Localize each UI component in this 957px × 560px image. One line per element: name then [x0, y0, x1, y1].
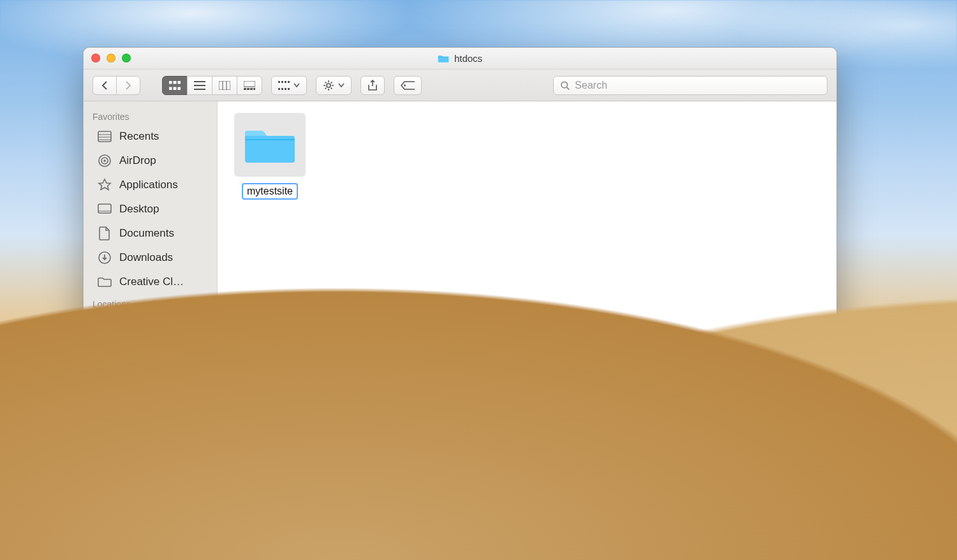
share-button[interactable]	[360, 76, 385, 95]
action-menu-button[interactable]	[316, 76, 352, 95]
svg-rect-16	[278, 88, 280, 90]
svg-rect-5	[178, 87, 181, 90]
sidebar-item-icloud[interactable]: iCloud Drive	[84, 312, 217, 336]
sidebar-item-label: Remote Disc	[119, 342, 181, 355]
airdrop-icon	[98, 154, 112, 168]
sidebar-item-downloads[interactable]: Downloads	[84, 246, 217, 270]
svg-rect-17	[281, 88, 283, 90]
sidebar-item-creative-cloud[interactable]: Creative Cl…	[84, 270, 217, 294]
svg-point-30	[103, 347, 107, 350]
sidebar-item-recents[interactable]: Recents	[84, 124, 217, 149]
svg-point-20	[327, 84, 330, 87]
svg-rect-14	[285, 81, 286, 83]
window-controls	[91, 54, 131, 63]
tag-orange-icon	[98, 408, 112, 422]
close-button[interactable]	[91, 54, 100, 63]
sidebar-item-label: iCloud Drive	[119, 318, 179, 330]
svg-point-21	[404, 84, 406, 86]
svg-rect-2	[178, 81, 181, 84]
svg-rect-9	[247, 88, 249, 90]
svg-rect-1	[174, 81, 176, 84]
sidebar-item-label: Recents	[119, 130, 159, 143]
search-field[interactable]	[553, 76, 827, 95]
minimize-button[interactable]	[107, 54, 115, 63]
folder-name-editing[interactable]: mytestsite	[242, 183, 298, 200]
documents-icon	[98, 226, 112, 240]
svg-rect-8	[244, 88, 246, 90]
view-list-button[interactable]	[187, 76, 212, 95]
recents-icon	[98, 129, 112, 144]
svg-rect-18	[285, 88, 286, 90]
sidebar-item-label: Creative Cl…	[119, 276, 184, 288]
sidebar-item-label: Downloads	[119, 251, 173, 264]
sidebar-item-remote-disc[interactable]: Remote Disc	[84, 336, 217, 360]
remotedisc-icon	[98, 341, 112, 355]
sidebar-item-label: Orange	[119, 408, 156, 421]
svg-rect-23	[98, 131, 111, 142]
icloud-icon	[98, 317, 112, 331]
sidebar-item-applications[interactable]: Applications	[84, 173, 217, 197]
nav-buttons	[93, 76, 140, 95]
svg-rect-0	[169, 81, 172, 84]
sidebar-item-label: Desktop	[119, 203, 159, 216]
desktop-background: htdocs	[0, 0, 957, 560]
window-title-text: htdocs	[454, 53, 482, 64]
view-mode	[162, 76, 262, 95]
search-icon	[560, 80, 570, 91]
applications-icon	[98, 178, 112, 192]
gear-icon	[323, 80, 334, 91]
svg-rect-19	[288, 88, 290, 90]
svg-rect-7	[244, 81, 255, 87]
sidebar-item-desktop[interactable]: Desktop	[84, 197, 217, 221]
svg-rect-3	[169, 87, 172, 90]
svg-rect-4	[174, 87, 176, 90]
forward-button[interactable]	[116, 76, 140, 95]
sidebar-item-label: Red	[119, 384, 139, 397]
chevron-down-icon	[293, 83, 300, 88]
view-columns-button[interactable]	[212, 76, 237, 95]
toolbar	[84, 70, 836, 101]
svg-rect-10	[250, 88, 253, 90]
folder-item[interactable]: mytestsite	[234, 113, 306, 200]
svg-point-26	[103, 159, 106, 162]
sidebar-section-favorites: Favorites	[84, 107, 217, 124]
sidebar-section-tags: Tags	[84, 360, 217, 378]
svg-rect-12	[278, 81, 280, 83]
svg-point-29	[99, 343, 110, 354]
sidebar: Favorites Recents AirDrop	[84, 101, 218, 460]
sidebar-item-documents[interactable]: Documents	[84, 221, 217, 246]
sidebar-tag-red[interactable]: Red	[84, 378, 217, 402]
finder-window: htdocs	[83, 47, 837, 461]
window-title: htdocs	[438, 53, 482, 64]
tag-red-icon	[98, 383, 112, 397]
view-icons-button[interactable]	[162, 76, 188, 95]
svg-rect-13	[281, 81, 283, 83]
search-input[interactable]	[575, 80, 820, 91]
svg-point-22	[561, 82, 567, 87]
svg-rect-27	[98, 204, 111, 213]
svg-rect-6	[219, 81, 230, 90]
sidebar-item-label: Documents	[119, 227, 174, 240]
share-icon	[367, 80, 378, 91]
titlebar[interactable]: htdocs	[84, 48, 836, 70]
sidebar-item-label: AirDrop	[119, 154, 156, 167]
tags-button[interactable]	[394, 76, 422, 95]
folder-icon	[234, 113, 306, 177]
svg-rect-15	[288, 81, 290, 83]
tag-icon	[401, 81, 415, 90]
folder-icon	[438, 54, 449, 63]
group-by-button[interactable]	[271, 76, 307, 95]
folder-icon	[98, 275, 112, 289]
sidebar-item-label: Applications	[119, 179, 178, 191]
desktop-icon	[98, 202, 112, 216]
content-area[interactable]: mytestsite	[218, 101, 836, 460]
sidebar-tag-orange[interactable]: Orange	[84, 402, 217, 427]
back-button[interactable]	[93, 76, 117, 95]
svg-rect-11	[253, 88, 255, 90]
downloads-icon	[98, 251, 112, 265]
sidebar-section-locations: Locations	[84, 294, 217, 312]
sidebar-item-airdrop[interactable]: AirDrop	[84, 149, 217, 173]
chevron-down-icon	[338, 83, 345, 88]
view-gallery-button[interactable]	[237, 76, 262, 95]
zoom-button[interactable]	[122, 54, 131, 63]
